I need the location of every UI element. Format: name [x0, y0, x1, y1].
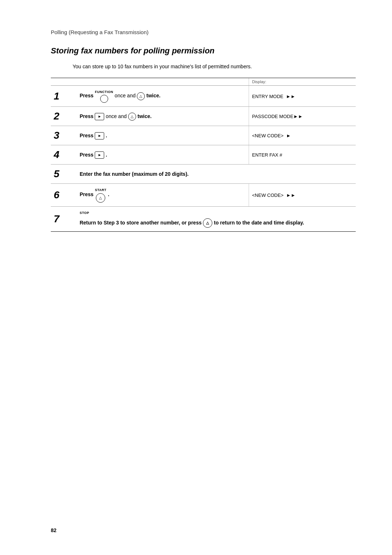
step-instruction: Press ► .	[77, 126, 249, 145]
display-value: ENTER FAX #	[252, 152, 282, 158]
step-number: 4	[51, 145, 77, 165]
step-display: <NEW CODE> ►►	[249, 184, 356, 206]
step-number: 1	[51, 86, 77, 107]
press-label: Press	[79, 93, 93, 98]
period: .	[106, 152, 107, 158]
press-label: Press	[79, 192, 93, 198]
stop-label: STOP	[79, 210, 89, 215]
steps-table: Display: 1 Press FUNCTION once and △ twi…	[51, 78, 356, 232]
step-number: 3	[51, 126, 77, 145]
step-display: PASSCODE MODE►►	[249, 107, 356, 126]
table-row: 7 STOP Return to Step 3 to store another…	[51, 206, 356, 231]
period: .	[108, 192, 109, 198]
up-arrow-button-icon: △	[137, 92, 145, 100]
press-label: Press	[79, 113, 93, 119]
display-value: <NEW CODE> ►	[252, 133, 291, 138]
step-instruction: Press START △ .	[77, 184, 249, 206]
step-instruction: Press FUNCTION once and △ twice.	[77, 86, 249, 107]
table-row: 6 Press START △ . <NEW CODE> ►►	[51, 184, 356, 206]
page-header: Polling (Requesting a Fax Transmission)	[51, 29, 356, 35]
stop-button-icon: △	[203, 218, 212, 228]
table-row: 5 Enter the fax number (maximum of 20 di…	[51, 165, 356, 184]
step-display: ENTRY MODE ►►	[249, 86, 356, 107]
step-number: 6	[51, 184, 77, 206]
period: .	[106, 133, 107, 138]
display-column-header: Display:	[249, 78, 356, 86]
up-arrow-button-icon: △	[128, 113, 136, 121]
step-number: 7	[51, 206, 77, 231]
table-row: 1 Press FUNCTION once and △ twice. ENTRY…	[51, 86, 356, 107]
start-label: START	[95, 187, 106, 193]
step-number: 2	[51, 107, 77, 126]
table-row: 3 Press ► . <NEW CODE> ►	[51, 126, 356, 145]
step-instruction-wide: STOP Return to Step 3 to store another n…	[77, 206, 356, 231]
step-display: ENTER FAX #	[249, 145, 356, 165]
step-display: <NEW CODE> ►	[249, 126, 356, 145]
function-button-icon: FUNCTION	[95, 89, 113, 103]
press-label: Press	[79, 133, 93, 138]
table-row: 4 Press ► . ENTER FAX #	[51, 145, 356, 165]
enter-button-icon: ►	[95, 132, 104, 139]
step-number: 5	[51, 165, 77, 184]
start-button-wrapper: START △	[95, 187, 106, 202]
display-value: PASSCODE MODE►►	[252, 114, 303, 119]
display-value: <NEW CODE> ►►	[252, 193, 295, 198]
once-and-text: once and	[115, 93, 137, 98]
table-row: 2 Press ► once and △ twice. PASSCODE MOD…	[51, 107, 356, 126]
press-label: Press	[79, 152, 93, 158]
step-instruction-wide: Enter the fax number (maximum of 20 digi…	[77, 165, 356, 184]
intro-text: You can store up to 10 fax numbers in yo…	[73, 63, 356, 70]
enter-button-icon: ►	[95, 113, 104, 120]
once-and-text: once and	[106, 113, 128, 119]
display-value: ENTRY MODE ►►	[252, 94, 295, 99]
start-button-icon: △	[96, 193, 105, 203]
step-instruction: Press ► .	[77, 145, 249, 165]
twice-text: twice.	[138, 113, 152, 119]
step-instruction: Press ► once and △ twice.	[77, 107, 249, 126]
twice-text: twice.	[146, 93, 160, 98]
enter-button-icon: ►	[95, 151, 104, 159]
section-title: Storing fax numbers for polling permissi…	[51, 46, 356, 56]
function-label: FUNCTION	[95, 89, 113, 94]
circle-button-icon	[100, 95, 108, 103]
page-number: 82	[51, 527, 57, 533]
